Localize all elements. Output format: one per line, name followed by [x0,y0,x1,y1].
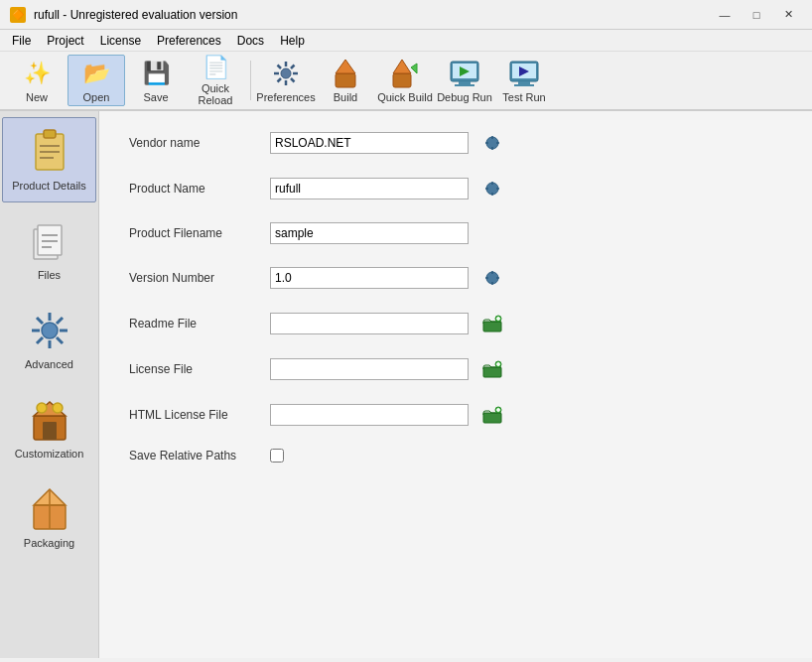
html-license-file-browse-btn[interactable] [480,403,504,427]
vendor-name-row: Vendor name [129,131,782,155]
product-filename-row: Product Filename [129,222,782,244]
toolbar-build-label: Build [334,91,357,103]
preferences-icon [270,58,302,89]
quick-reload-icon: 📄 [200,55,231,80]
app-icon: 🔶 [10,7,26,23]
html-license-file-row: HTML License File [129,403,782,427]
svg-line-41 [57,318,63,324]
svg-rect-22 [514,84,534,86]
toolbar-save[interactable]: 💾 Save [127,55,185,106]
product-name-label: Product Name [129,182,258,196]
toolbar-test-run[interactable]: Test Run [495,55,553,106]
packaging-icon [26,485,73,533]
svg-marker-13 [411,64,417,73]
content-area: Vendor name Product Name [99,111,812,658]
svg-rect-21 [518,81,530,84]
svg-point-34 [42,323,58,338]
readme-file-row: Readme File [129,312,782,335]
product-name-row: Product Name [129,177,782,200]
version-number-row: Version Number [129,266,782,290]
svg-line-7 [291,66,295,69]
maximize-button[interactable]: □ [743,5,770,25]
svg-rect-75 [483,413,501,423]
svg-line-40 [57,337,63,343]
toolbar-preferences-label: Preferences [256,91,315,103]
save-relative-paths-row: Save Relative Paths [129,449,782,463]
svg-rect-45 [43,422,57,440]
svg-rect-71 [483,367,501,377]
save-relative-paths-checkbox[interactable] [270,449,284,463]
license-file-label: License File [129,362,258,376]
license-file-browse-btn[interactable] [480,357,504,381]
toolbar-separator [250,61,251,100]
sidebar-item-product-details[interactable]: Product Details [2,117,96,202]
toolbar-preferences[interactable]: Preferences [257,55,315,106]
toolbar-open[interactable]: 📂 Open [68,55,125,106]
svg-rect-17 [455,84,474,86]
product-filename-label: Product Filename [129,226,258,240]
toolbar-open-label: Open [83,91,110,103]
menu-project[interactable]: Project [39,32,91,50]
product-filename-input[interactable] [270,222,469,244]
title-bar-left: 🔶 rufull - Unregistered evaluation versi… [10,7,237,23]
main-area: Product Details Files [0,111,812,658]
new-icon: ✨ [21,58,53,89]
svg-rect-11 [393,73,411,87]
svg-rect-25 [44,130,56,138]
svg-line-42 [37,337,43,343]
sidebar-item-customization[interactable]: Customization [2,385,96,470]
toolbar-debug-run[interactable]: Debug Run [436,55,493,106]
product-name-icon-btn[interactable] [480,177,504,200]
readme-file-input[interactable] [270,313,469,334]
menu-file[interactable]: File [4,32,39,50]
readme-file-label: Readme File [129,317,258,331]
minimize-button[interactable]: — [711,5,739,25]
customization-icon [26,396,73,444]
product-details-icon [26,128,73,176]
html-license-file-input[interactable] [270,404,469,426]
svg-rect-67 [483,322,501,331]
vendor-name-input[interactable] [270,132,469,154]
license-file-input[interactable] [270,358,469,380]
sidebar-item-advanced[interactable]: Advanced [2,296,96,381]
version-number-input[interactable] [270,267,469,289]
product-name-input[interactable] [270,178,469,199]
menu-help[interactable]: Help [272,32,313,50]
sidebar-item-packaging[interactable]: Packaging [2,474,96,560]
svg-point-47 [53,403,63,413]
vendor-name-icon-btn[interactable] [480,131,504,155]
toolbar-quick-reload[interactable]: 📄 Quick Reload [187,55,244,106]
readme-file-browse-btn[interactable] [480,312,504,335]
svg-line-6 [291,78,295,82]
sidebar-product-details-label: Product Details [12,180,86,192]
html-license-file-label: HTML License File [129,408,258,422]
debug-run-icon [449,58,480,89]
license-file-row: License File [129,357,782,381]
svg-line-8 [278,78,282,82]
svg-line-39 [37,318,43,324]
sidebar: Product Details Files [0,111,99,658]
toolbar-debug-run-label: Debug Run [437,91,492,103]
sidebar-item-files[interactable]: Files [2,206,96,292]
menu-docs[interactable]: Docs [229,32,272,50]
svg-point-46 [37,403,47,413]
version-number-icon-btn[interactable] [480,266,504,290]
svg-marker-12 [393,60,411,73]
menu-preferences[interactable]: Preferences [149,32,229,50]
toolbar: ✨ New 📂 Open 💾 Save 📄 Quick Reload [0,52,812,111]
save-relative-paths-checkbox-row [270,449,284,463]
test-run-icon [508,58,540,89]
menu-license[interactable]: License [92,32,149,50]
toolbar-build[interactable]: Build [317,55,374,106]
build-icon [330,58,361,89]
svg-marker-10 [336,60,355,73]
toolbar-quick-reload-label: Quick Reload [188,82,243,106]
toolbar-new[interactable]: ✨ New [8,55,66,106]
toolbar-test-run-label: Test Run [502,91,545,103]
sidebar-customization-label: Customization [15,448,84,460]
title-bar: 🔶 rufull - Unregistered evaluation versi… [0,0,812,30]
close-button[interactable]: ✕ [774,5,802,25]
sidebar-advanced-label: Advanced [25,358,73,370]
menu-bar: File Project License Preferences Docs He… [0,30,812,52]
toolbar-quick-build[interactable]: Quick Build [376,55,434,106]
